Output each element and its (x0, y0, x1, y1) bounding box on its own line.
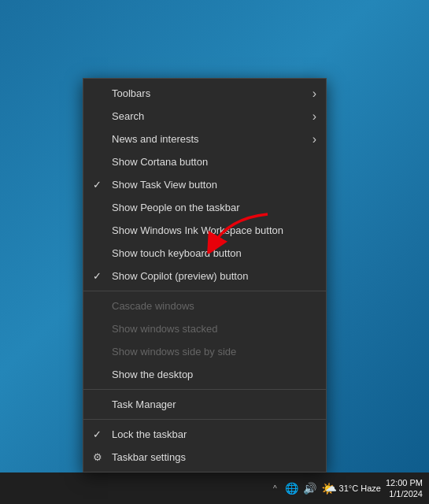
menu-item-taskbar-settings[interactable]: ⚙Taskbar settings (83, 446, 326, 469)
menu-item-label-task-manager: Task Manager (112, 398, 176, 410)
weather-text: 31°C Haze (339, 484, 381, 493)
menu-item-label-news-interests: News and interests (112, 133, 199, 145)
menu-item-label-show-cortana: Show Cortana button (112, 156, 208, 168)
menu-item-toolbars[interactable]: Toolbars (83, 82, 326, 105)
menu-item-label-side-by-side: Show windows side by side (112, 346, 236, 358)
menu-item-label-show-touch: Show touch keyboard button (112, 247, 242, 259)
volume-icon[interactable]: 🔊 (303, 482, 316, 495)
clock-time: 12:00 PM (386, 477, 423, 488)
menu-divider-divider3 (83, 419, 326, 420)
menu-item-label-show-people: Show People on the taskbar (112, 202, 240, 213)
menu-item-lock-taskbar[interactable]: Lock the taskbar (83, 423, 326, 446)
menu-item-side-by-side: Show windows side by side (83, 340, 326, 363)
menu-item-label-stacked: Show windows stacked (112, 323, 217, 335)
weather-widget[interactable]: 🌤️ 31°C Haze (321, 481, 381, 496)
menu-item-label-taskbar-settings: Taskbar settings (112, 451, 186, 463)
menu-divider-divider1 (83, 291, 326, 291)
gear-icon: ⚙ (93, 451, 102, 463)
menu-item-show-ink[interactable]: Show Windows Ink Workspace button (83, 219, 326, 242)
menu-item-label-show-desktop: Show the desktop (112, 369, 193, 380)
menu-item-show-taskview[interactable]: Show Task View button (83, 173, 326, 196)
clock-date: 1/1/2024 (386, 488, 423, 499)
menu-item-label-lock-taskbar: Lock the taskbar (112, 428, 187, 440)
network-icon[interactable]: 🌐 (285, 482, 298, 495)
weather-icon: 🌤️ (321, 481, 337, 496)
taskbar: ^ 🌐 🔊 🌤️ 31°C Haze 12:00 PM 1/1/2024 (0, 472, 429, 504)
menu-item-show-cortana[interactable]: Show Cortana button (83, 150, 326, 173)
menu-item-search[interactable]: Search (83, 105, 326, 128)
taskbar-right-area: ^ 🌐 🔊 🌤️ 31°C Haze 12:00 PM 1/1/2024 (270, 477, 423, 500)
menu-item-show-touch[interactable]: Show touch keyboard button (83, 242, 326, 265)
menu-item-show-desktop[interactable]: Show the desktop (83, 363, 326, 386)
menu-item-task-manager[interactable]: Task Manager (83, 393, 326, 416)
taskbar-clock[interactable]: 12:00 PM 1/1/2024 (386, 477, 423, 500)
menu-item-label-cascade: Cascade windows (112, 300, 194, 312)
menu-item-news-interests[interactable]: News and interests (83, 128, 326, 150)
menu-item-label-show-copilot: Show Copilot (preview) button (112, 270, 248, 282)
menu-item-show-people[interactable]: Show People on the taskbar (83, 196, 326, 219)
context-menu: ToolbarsSearchNews and interestsShow Cor… (83, 78, 327, 472)
menu-item-label-show-ink: Show Windows Ink Workspace button (112, 224, 283, 236)
menu-item-label-search: Search (112, 110, 144, 122)
menu-item-label-toolbars: Toolbars (112, 87, 150, 99)
menu-item-show-copilot[interactable]: Show Copilot (preview) button (83, 265, 326, 287)
menu-divider-divider2 (83, 389, 326, 390)
menu-item-label-show-taskview: Show Task View button (112, 179, 217, 191)
taskbar-chevron[interactable]: ^ (270, 483, 280, 495)
menu-item-cascade: Cascade windows (83, 295, 326, 317)
menu-item-stacked: Show windows stacked (83, 317, 326, 340)
